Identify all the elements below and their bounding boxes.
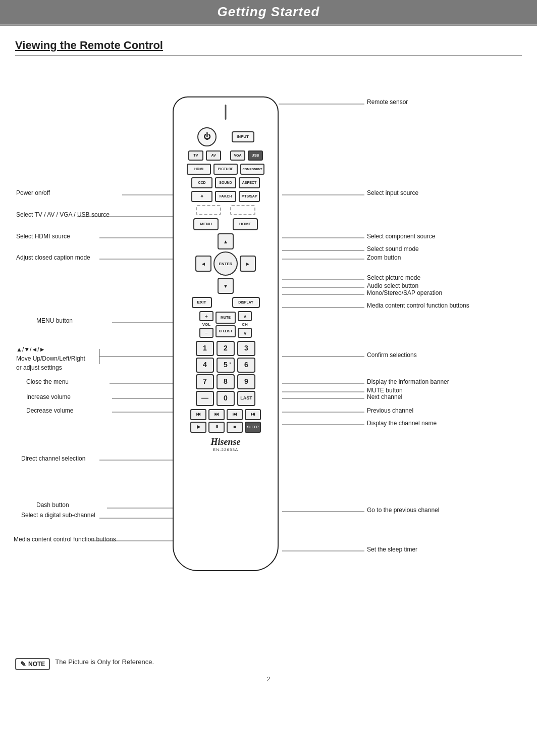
sound-button[interactable]: SOUND (215, 177, 236, 188)
ch-label: CH (242, 322, 248, 327)
label-close-menu: Close the menu (26, 378, 69, 385)
brand-logo: Hisense (179, 437, 273, 447)
nav-cluster: ▲ ◄ ENTER ► ▼ (195, 233, 256, 294)
num-0-button[interactable]: 0 (217, 391, 235, 406)
ch-group: ∧ CH ∨ (238, 311, 252, 338)
label-vol-up: Increase volume (26, 393, 71, 400)
star-row: ✳ FAV.CH MTS/SAP (179, 191, 273, 202)
av-button[interactable]: AV (206, 150, 221, 161)
num-3-button[interactable]: 3 (237, 341, 255, 356)
enter-button[interactable]: ENTER (213, 251, 238, 276)
menu-home-row: MENU HOME (179, 218, 273, 230)
vol-up-button[interactable]: + (199, 311, 213, 321)
exit-display-row: EXIT DISPLAY (179, 297, 273, 308)
nav-up-button[interactable]: ▲ (218, 233, 234, 249)
num-7-button[interactable]: 7 (196, 374, 214, 389)
remote-control: ⏻ INPUT TV AV VGA USB HDMI PICTURE COMPO… (173, 96, 279, 571)
usb-button[interactable]: USB (248, 150, 263, 161)
nav-right-button[interactable]: ► (240, 256, 256, 272)
label-confirm: Confirm selections (367, 351, 417, 359)
sleep-button[interactable]: SLEEP (245, 422, 261, 433)
favch-button[interactable]: FAV.CH (215, 191, 236, 202)
numpad-row-1: 1 2 3 (193, 341, 258, 356)
vol-label: VOL (202, 322, 210, 327)
page-header: Getting Started (0, 0, 537, 24)
label-sensor: Remote sensor (367, 98, 408, 106)
component-button[interactable]: COMPONENT (240, 164, 264, 175)
numpad: 1 2 3 4 5 · 6 7 8 9 (193, 341, 258, 406)
sensor-line (225, 105, 227, 120)
vga-button[interactable]: VGA (230, 150, 245, 161)
label-mute: MUTE button (367, 387, 403, 394)
star-button[interactable]: ✳ (191, 191, 212, 202)
picture-button[interactable]: PICTURE (213, 164, 238, 175)
label-ch-name: Display the channel name (367, 420, 437, 427)
play-button[interactable]: ▶ (190, 422, 206, 433)
source-row: TV AV VGA USB (179, 150, 273, 161)
mts-sap-button[interactable]: MTS/SAP (239, 191, 260, 202)
mute-button[interactable]: MUTE (216, 312, 236, 324)
last-button[interactable]: LAST (237, 391, 255, 406)
dash-button[interactable]: — (196, 391, 214, 406)
media-placeholder-1 (196, 205, 221, 215)
label-next-ch: Next channel (367, 393, 402, 400)
nav-down-button[interactable]: ▼ (218, 278, 234, 294)
media-row-2: ▶ ⏸ ■ SLEEP (188, 422, 263, 433)
num-8-button[interactable]: 8 (217, 374, 235, 389)
logo-area: Hisense EN-22653A (179, 437, 273, 452)
note-icon: ✎ (20, 660, 26, 668)
label-power: Power on/off (16, 189, 50, 196)
diagram-area: Power on/off Select TV / AV / VGA / USB … (11, 66, 526, 647)
model-number: EN-22653A (179, 447, 273, 452)
media-transport: ⏮ ⏭ ⏮ ⏭ ▶ ⏸ ■ SLEEP (188, 409, 263, 433)
label-dash: Dash button (36, 501, 69, 509)
label-hdmi: Select HDMI source (16, 233, 70, 240)
label-sleep: Set the sleep timer (367, 546, 417, 553)
aspect-button[interactable]: ASPECT (239, 177, 260, 188)
label-mono: Mono/Stereo/SAP operation (367, 289, 442, 296)
input-button[interactable]: INPUT (232, 131, 254, 142)
stop-button[interactable]: ■ (227, 422, 243, 433)
pause-button[interactable]: ⏸ (208, 422, 225, 433)
display-button[interactable]: DISPLAY (232, 297, 260, 308)
prev-button[interactable]: ⏮ (227, 409, 243, 420)
label-caption: Adjust closed caption mode (16, 254, 90, 261)
num-1-button[interactable]: 1 (196, 341, 214, 356)
note-badge: ✎ NOTE (15, 658, 50, 670)
next-button[interactable]: ⏭ (245, 409, 261, 420)
label-display: Display the information banner (367, 378, 449, 385)
label-media1: Media content control function buttons (367, 302, 469, 309)
label-component: Select component source (367, 233, 435, 240)
rew-button[interactable]: ⏮ (190, 409, 206, 420)
home-button[interactable]: HOME (233, 218, 258, 230)
main-content: Power on/off Select TV / AV / VGA / USB … (11, 66, 526, 647)
ch-dn-button[interactable]: ∨ (238, 328, 252, 338)
tv-button[interactable]: TV (188, 150, 203, 161)
numpad-row-2: 4 5 · 6 (193, 358, 258, 373)
chlist-button[interactable]: CH.LIST (216, 325, 236, 337)
num-9-button[interactable]: 9 (237, 374, 255, 389)
label-direct-ch: Direct channel selection (21, 455, 85, 462)
label-sound: Select sound mode (367, 245, 419, 253)
nav-left-button[interactable]: ◄ (195, 256, 211, 272)
num-5-button[interactable]: 5 · (217, 358, 235, 373)
vol-dn-button[interactable]: − (199, 328, 213, 338)
section-title: Viewing the Remote Control (15, 39, 522, 56)
label-media2: Media content control function buttons (14, 536, 116, 543)
media-row-1: ⏮ ⏭ ⏮ ⏭ (188, 409, 263, 420)
num-4-button[interactable]: 4 (196, 358, 214, 373)
ch-up-button[interactable]: ∧ (238, 311, 252, 321)
menu-button[interactable]: MENU (193, 218, 219, 230)
num-6-button[interactable]: 6 (237, 358, 255, 373)
label-input: Select input source (367, 189, 418, 196)
num-2-button[interactable]: 2 (217, 341, 235, 356)
ccd-button[interactable]: CCD (191, 177, 212, 188)
exit-button[interactable]: EXIT (192, 297, 212, 308)
label-audio: Audio select button (367, 282, 418, 289)
label-go-prev: Go to the previous channel (367, 507, 439, 514)
hdmi-button[interactable]: HDMI (187, 164, 211, 175)
vol-group: + VOL − (199, 311, 213, 338)
power-button[interactable]: ⏻ (197, 127, 217, 146)
fwd-button[interactable]: ⏭ (208, 409, 225, 420)
note-section: ✎ NOTE The Picture is Only for Reference… (15, 657, 522, 670)
